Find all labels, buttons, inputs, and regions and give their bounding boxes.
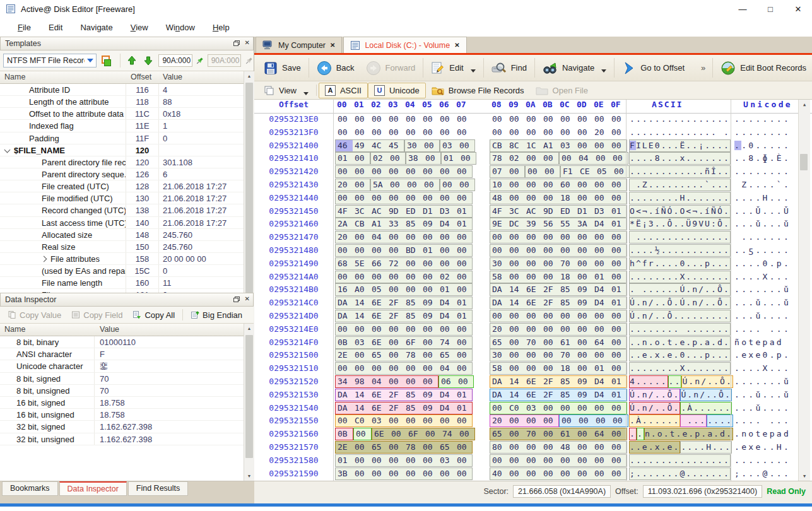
ascii-segment[interactable]: *Ë¡3..Ô..Ü9VU:Ô.: [629, 218, 731, 230]
hex-byte[interactable]: DA: [336, 297, 353, 308]
hex-byte[interactable]: 00: [558, 402, 575, 414]
collapse-icon[interactable]: [4, 146, 11, 153]
hex-field-group[interactable]: 2000: [335, 179, 370, 191]
ascii-segment[interactable]: ...............: [629, 231, 731, 244]
hex-byte[interactable]: 00: [524, 310, 541, 322]
hex-byte[interactable]: DA: [336, 389, 353, 401]
hex-byte[interactable]: A1: [370, 218, 387, 230]
hex-field-group[interactable]: DA146E2F8509D401: [490, 297, 627, 309]
pin-icon[interactable]: [195, 54, 205, 67]
ascii-segment[interactable]: .Z.........`...: [629, 179, 731, 191]
hex-byte[interactable]: 65: [370, 442, 387, 453]
hex-byte[interactable]: 6F: [404, 337, 421, 348]
hex-field-group[interactable]: 5800000018000100: [490, 362, 627, 375]
hex-byte[interactable]: 00: [490, 245, 507, 256]
hex-byte[interactable]: 00: [404, 415, 421, 426]
hex-byte[interactable]: 2F: [541, 284, 558, 295]
hex-byte[interactable]: 00: [541, 455, 558, 466]
hex-field-group[interactable]: DA146E2F8509D401: [335, 402, 473, 414]
hex-byte[interactable]: 00: [609, 114, 627, 125]
hex-byte[interactable]: 00: [387, 468, 404, 479]
hex-byte[interactable]: 03: [370, 415, 387, 426]
edit-button[interactable]: Edit: [425, 59, 481, 77]
hex-byte[interactable]: 6F: [406, 428, 423, 440]
hex-field-group[interactable]: 20000000: [490, 414, 559, 427]
hex-byte[interactable]: 18: [558, 192, 575, 204]
hex-field-group[interactable]: 0100: [441, 152, 476, 165]
tab-my-computer[interactable]: My Computer✕: [256, 37, 342, 53]
template-row-attribute-id[interactable]: Attribute ID1164: [0, 84, 244, 96]
hex-byte[interactable]: 00: [455, 271, 472, 283]
column-value[interactable]: Value: [100, 325, 119, 334]
hex-field-group[interactable]: 6500700061006400: [490, 336, 627, 349]
ascii-segment[interactable]: .: [637, 428, 644, 440]
unicode-segment[interactable]: .exe0.p.: [734, 349, 791, 361]
menu-file[interactable]: File: [9, 20, 40, 35]
template-row-file-name[interactable]: $FILE_NAME120: [0, 144, 244, 156]
hex-byte[interactable]: 00: [455, 363, 472, 374]
hex-byte[interactable]: 2F: [387, 389, 404, 401]
hex-byte[interactable]: 00: [507, 468, 524, 479]
hex-byte[interactable]: 00: [609, 428, 627, 440]
hex-byte[interactable]: 78: [490, 153, 507, 164]
hex-byte[interactable]: 01: [442, 153, 459, 164]
hex-byte[interactable]: 00: [455, 166, 472, 177]
hex-byte[interactable]: 00: [457, 140, 474, 151]
hex-byte[interactable]: 01: [609, 389, 627, 401]
hex-byte[interactable]: 00: [592, 232, 609, 243]
hex-byte[interactable]: 01: [455, 297, 472, 308]
hex-field-group[interactable]: 0100: [335, 152, 370, 165]
hex-byte[interactable]: 00: [421, 337, 438, 348]
hex-byte[interactable]: 00: [438, 258, 455, 269]
template-row-offset-to-the-attribute-data[interactable]: Offset to the attribute data11C0x18: [0, 108, 244, 120]
hex-byte[interactable]: 01: [421, 245, 438, 256]
template-row-file-modified-utc[interactable]: File modified (UTC)13021.06.2018 17:27: [0, 192, 244, 204]
hex-byte[interactable]: 2F: [541, 297, 558, 308]
hex-byte[interactable]: 3A: [575, 218, 592, 230]
hex-byte[interactable]: 00: [336, 192, 353, 204]
hex-field-group[interactable]: 46494C45: [335, 139, 404, 152]
hex-offset[interactable]: 0295321570: [254, 441, 333, 454]
hex-byte[interactable]: CE: [578, 166, 595, 177]
hex-offset[interactable]: 02953214F0: [254, 336, 333, 349]
hex-byte[interactable]: 00: [592, 442, 609, 453]
ascii-segment[interactable]: FILE0...Ë..¡....: [629, 139, 731, 152]
hex-offset[interactable]: 0295321550: [254, 414, 333, 427]
hex-byte[interactable]: 85: [558, 284, 575, 295]
minimize-button[interactable]: —: [729, 0, 756, 18]
hex-byte[interactable]: 74: [438, 337, 455, 348]
hex-byte[interactable]: 14: [507, 389, 524, 401]
hex-byte[interactable]: 30: [490, 349, 507, 361]
hex-byte[interactable]: 01: [592, 271, 609, 283]
hex-byte[interactable]: 00: [387, 192, 404, 204]
hex-field-group[interactable]: DA146E2F8509D401: [335, 389, 473, 401]
inspector-row-16-bit-unsigned[interactable]: 16 bit, unsigned18.758: [0, 409, 244, 421]
hex-byte[interactable]: 01: [455, 206, 472, 217]
hex-byte[interactable]: 00: [507, 232, 524, 243]
hex-field-group[interactable]: 0300: [440, 139, 475, 152]
hex-byte[interactable]: 78: [404, 349, 421, 361]
hex-byte[interactable]: DA: [490, 376, 507, 387]
hex-byte[interactable]: 00: [575, 140, 592, 151]
ascii-segment[interactable]: ..e.x.e.0...p...: [629, 349, 731, 361]
hex-byte[interactable]: 00: [421, 192, 438, 204]
hex-byte[interactable]: 09: [575, 284, 592, 295]
hex-byte[interactable]: 00: [575, 428, 592, 440]
hex-byte[interactable]: 00: [370, 192, 387, 204]
hex-field-group[interactable]: 685E667200000000: [335, 257, 473, 270]
hex-byte[interactable]: 5E: [353, 258, 370, 269]
hex-offset[interactable]: 0295321470: [254, 231, 333, 244]
hex-byte[interactable]: 00: [388, 179, 405, 191]
hex-byte[interactable]: 00: [507, 442, 524, 453]
hex-field-group[interactable]: 3000000070000000: [490, 349, 627, 361]
hex-byte[interactable]: 02: [507, 153, 524, 164]
hex-field-group[interactable]: 3800: [406, 152, 441, 165]
hex-byte[interactable]: 20: [490, 324, 507, 335]
hex-byte[interactable]: 00: [404, 114, 421, 125]
hex-byte[interactable]: 98: [353, 376, 370, 387]
hex-byte[interactable]: 00: [370, 245, 387, 256]
hex-byte[interactable]: 00: [558, 310, 575, 322]
tab-close-icon[interactable]: ✕: [330, 42, 335, 49]
template-row-allocated-size[interactable]: Allocated size148245.760: [0, 229, 244, 241]
hex-byte[interactable]: 00: [609, 468, 627, 479]
